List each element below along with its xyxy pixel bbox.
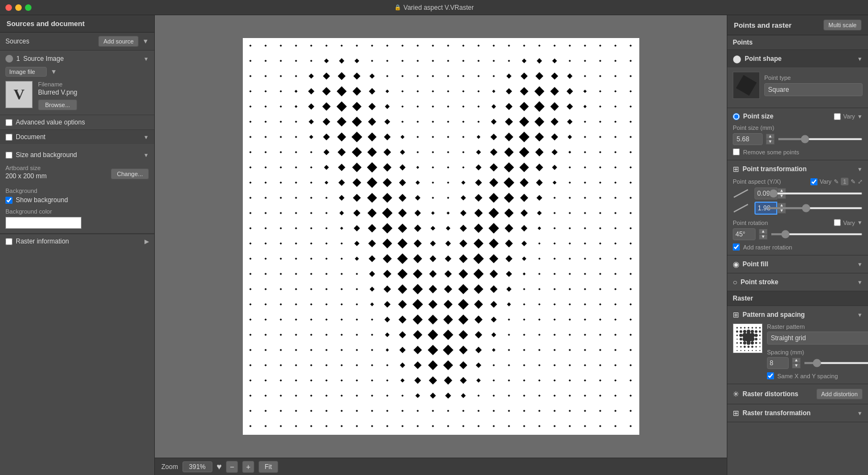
rotation-input[interactable] [733,228,756,240]
rotation-down-button[interactable]: ▼ [759,234,768,240]
aspect-val1-slider[interactable] [768,192,863,195]
points-label-row: Points [727,35,868,50]
filename-label: Filename [38,81,149,88]
right-panel-title: Points and raster [734,21,791,29]
zoom-in-button[interactable]: + [242,461,254,473]
remove-points-checkbox[interactable] [733,148,740,155]
filename-value: Blurred V.png [38,89,149,96]
size-bg-checkbox[interactable] [5,152,12,159]
point-size-up-button[interactable]: ▲ [766,134,775,139]
zoom-input[interactable] [183,461,212,472]
aspect-icon3[interactable]: ⤢ [858,178,863,185]
advanced-options-label[interactable]: Advanced value options [16,118,85,126]
spacing-up-button[interactable]: ▲ [792,358,801,363]
spacing-slider[interactable] [804,362,868,364]
heart-button[interactable]: ♥ [217,462,222,472]
svg-point-808 [759,334,760,336]
point-size-input[interactable] [733,133,763,145]
svg-point-802 [736,334,738,336]
point-stroke-section: ○ Point stroke ▼ [727,273,868,291]
show-background-label[interactable]: Show background [16,196,68,204]
aspect-vary-checkbox[interactable] [810,178,817,185]
source-number: 1 [16,55,20,62]
same-xy-label[interactable]: Same X and Y spacing [777,373,838,379]
point-size-radio[interactable] [733,113,740,120]
change-button[interactable]: Change... [111,168,149,179]
sources-label: Sources [5,38,29,45]
svg-point-834 [752,350,753,351]
raster-pattern-select[interactable]: Straight grid Diamond grid Hexagonal Ran… [767,332,868,345]
add-distortion-button[interactable]: Add distortion [816,389,863,399]
svg-rect-0 [243,38,639,435]
show-background-checkbox[interactable] [5,197,12,204]
point-stroke-icon: ○ [733,278,737,286]
source-preview: V Filename Blurred V.png Browse... [5,81,149,110]
raster-label: Raster [733,295,753,302]
point-fill-title: Point fill [743,260,768,268]
document-checkbox[interactable] [5,134,12,141]
source-collapse-arrow[interactable]: ▼ [143,56,149,62]
svg-point-797 [743,330,746,333]
close-button[interactable] [5,4,12,11]
document-collapse-arrow[interactable]: ▼ [143,134,149,140]
bg-color-swatch[interactable] [5,217,81,229]
point-size-slider[interactable] [778,138,863,140]
point-type-select[interactable]: Square Circle Diamond [764,83,863,96]
raster-info-expand-arrow[interactable]: ▶ [144,238,149,245]
left-panel: Sources and document Sources Add source … [0,15,155,475]
svg-point-832 [744,350,745,351]
zoom-out-button[interactable]: − [226,461,238,473]
point-size-down-button[interactable]: ▼ [766,139,775,145]
point-transformation-icon: ⊞ [733,165,739,173]
aspect-line-preview1 [733,189,749,198]
fit-button[interactable]: Fit [259,461,278,473]
add-source-dropdown-arrow[interactable]: ▼ [142,38,149,45]
add-raster-rotation-checkbox[interactable] [733,243,740,251]
pattern-spacing-collapse[interactable]: ▼ [857,312,863,318]
file-type-dropdown-icon: ▼ [51,68,57,76]
svg-point-822 [759,342,760,343]
remove-points-label[interactable]: Remove some points [743,149,799,155]
svg-point-793 [755,327,757,328]
rotation-slider[interactable] [771,233,863,235]
point-transformation-collapse[interactable]: ▼ [857,166,863,172]
raster-svg [243,38,639,435]
minimize-button[interactable] [15,4,22,11]
point-size-vary-checkbox[interactable] [834,113,841,120]
aspect-val-badge[interactable]: 1 [841,178,848,185]
rotation-up-button[interactable]: ▲ [759,229,768,234]
svg-point-800 [754,330,757,333]
raster-label-row: Raster [727,291,868,306]
same-xy-checkbox[interactable] [767,372,774,379]
main-layout: Sources and document Sources Add source … [0,15,868,475]
raster-transformation-collapse[interactable]: ▼ [857,410,863,416]
spacing-input[interactable] [767,357,789,369]
source-icon [5,55,13,62]
svg-point-819 [746,341,750,345]
file-type-select[interactable]: Image file [5,67,47,77]
rotation-vary-checkbox[interactable] [834,219,841,226]
size-bg-collapse-arrow[interactable]: ▼ [143,152,149,158]
document-title: Document [16,133,46,141]
rotation-collapse[interactable]: ▼ [857,220,863,226]
aspect-val2-slider[interactable] [768,207,863,209]
spacing-down-button[interactable]: ▼ [792,363,801,368]
browse-button[interactable]: Browse... [38,99,77,110]
aspect-icon2[interactable]: ✎ [851,178,856,185]
point-shape-collapse[interactable]: ▼ [857,56,863,62]
point-stroke-collapse[interactable]: ▼ [857,279,863,285]
add-source-button[interactable]: Add source [98,36,139,47]
point-fill-collapse[interactable]: ▼ [857,261,863,267]
right-panel-header: Points and raster Multi scale [727,15,868,35]
advanced-options-checkbox[interactable] [5,119,12,126]
maximize-button[interactable] [25,4,32,11]
add-raster-rotation-label[interactable]: Add raster rotation [743,244,792,251]
svg-point-790 [744,327,745,328]
source-item: 1 Source Image ▼ Image file ▼ V Filename… [0,51,154,115]
svg-point-821 [755,342,757,344]
multi-scale-button[interactable]: Multi scale [823,20,861,30]
raster-info-checkbox[interactable] [5,238,12,245]
titlebar: 🔒 Varied aspect V.VRaster [0,0,868,15]
svg-point-788 [736,327,738,328]
point-size-collapse[interactable]: ▼ [857,114,863,120]
